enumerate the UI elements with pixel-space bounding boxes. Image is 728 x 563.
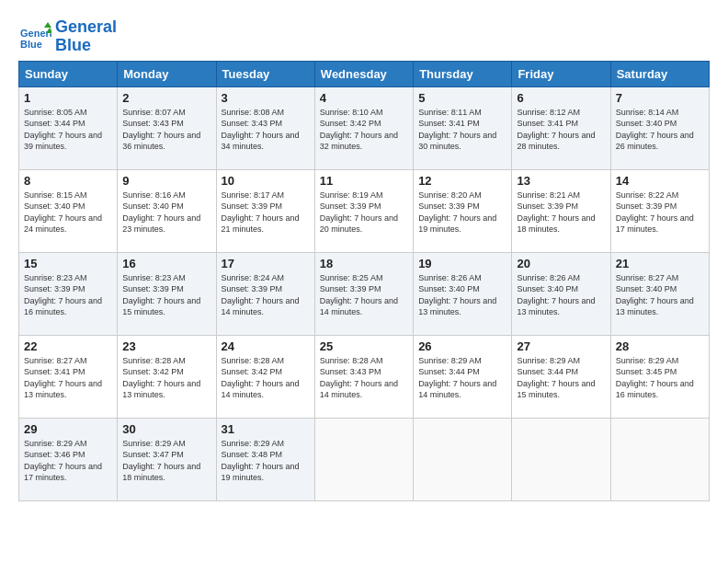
day-number: 23	[122, 339, 210, 353]
weekday-header-sunday: Sunday	[19, 61, 118, 86]
day-detail: Sunrise: 8:14 AMSunset: 3:40 PMDaylight:…	[616, 108, 694, 152]
calendar-cell: 29 Sunrise: 8:29 AMSunset: 3:46 PMDaylig…	[19, 418, 118, 500]
calendar-cell: 24 Sunrise: 8:28 AMSunset: 3:42 PMDaylig…	[216, 335, 314, 418]
day-detail: Sunrise: 8:10 AMSunset: 3:42 PMDaylight:…	[320, 108, 398, 152]
day-detail: Sunrise: 8:26 AMSunset: 3:40 PMDaylight:…	[517, 273, 595, 317]
calendar-cell: 20 Sunrise: 8:26 AMSunset: 3:40 PMDaylig…	[512, 252, 610, 335]
day-detail: Sunrise: 8:23 AMSunset: 3:39 PMDaylight:…	[24, 273, 102, 317]
day-detail: Sunrise: 8:15 AMSunset: 3:40 PMDaylight:…	[24, 190, 102, 235]
calendar-cell: 1 Sunrise: 8:05 AMSunset: 3:44 PMDayligh…	[19, 86, 118, 169]
day-number: 5	[418, 91, 506, 105]
calendar-cell: 30 Sunrise: 8:29 AMSunset: 3:47 PMDaylig…	[118, 418, 216, 500]
logo: General Blue GeneralBlue	[18, 18, 117, 55]
day-detail: Sunrise: 8:05 AMSunset: 3:44 PMDaylight:…	[24, 108, 102, 152]
page-header: General Blue GeneralBlue	[18, 18, 710, 55]
day-number: 12	[418, 174, 506, 188]
day-detail: Sunrise: 8:28 AMSunset: 3:43 PMDaylight:…	[320, 356, 398, 400]
calendar-cell: 31 Sunrise: 8:29 AMSunset: 3:48 PMDaylig…	[216, 418, 314, 500]
day-number: 27	[517, 339, 605, 353]
day-number: 10	[222, 174, 310, 188]
day-number: 21	[616, 257, 704, 270]
calendar-table: SundayMondayTuesdayWednesdayThursdayFrid…	[18, 61, 710, 501]
day-detail: Sunrise: 8:19 AMSunset: 3:39 PMDaylight:…	[320, 190, 398, 235]
day-detail: Sunrise: 8:12 AMSunset: 3:41 PMDaylight:…	[517, 108, 595, 152]
day-number: 17	[222, 257, 310, 270]
day-number: 24	[222, 339, 310, 353]
weekday-header-wednesday: Wednesday	[314, 61, 413, 86]
calendar-cell: 21 Sunrise: 8:27 AMSunset: 3:40 PMDaylig…	[610, 252, 709, 335]
day-number: 25	[320, 339, 408, 353]
day-number: 31	[222, 422, 310, 436]
calendar-cell: 26 Sunrise: 8:29 AMSunset: 3:44 PMDaylig…	[414, 335, 512, 418]
calendar-cell: 11 Sunrise: 8:19 AMSunset: 3:39 PMDaylig…	[314, 169, 413, 252]
day-number: 26	[418, 339, 506, 353]
calendar-cell: 15 Sunrise: 8:23 AMSunset: 3:39 PMDaylig…	[19, 252, 118, 335]
day-number: 29	[24, 422, 112, 436]
calendar-cell	[414, 418, 512, 500]
calendar-cell: 19 Sunrise: 8:26 AMSunset: 3:40 PMDaylig…	[414, 252, 512, 335]
day-number: 18	[320, 257, 408, 270]
day-detail: Sunrise: 8:29 AMSunset: 3:45 PMDaylight:…	[616, 356, 694, 400]
logo-text: GeneralBlue	[55, 18, 117, 55]
day-detail: Sunrise: 8:26 AMSunset: 3:40 PMDaylight:…	[418, 273, 496, 317]
calendar-cell: 18 Sunrise: 8:25 AMSunset: 3:39 PMDaylig…	[314, 252, 413, 335]
calendar-cell: 9 Sunrise: 8:16 AMSunset: 3:40 PMDayligh…	[118, 169, 216, 252]
weekday-header-thursday: Thursday	[414, 61, 512, 86]
weekday-header-saturday: Saturday	[610, 61, 709, 86]
calendar-cell: 23 Sunrise: 8:28 AMSunset: 3:42 PMDaylig…	[118, 335, 216, 418]
calendar-cell: 17 Sunrise: 8:24 AMSunset: 3:39 PMDaylig…	[216, 252, 314, 335]
calendar-cell: 13 Sunrise: 8:21 AMSunset: 3:39 PMDaylig…	[512, 169, 610, 252]
day-number: 20	[517, 257, 605, 270]
day-detail: Sunrise: 8:11 AMSunset: 3:41 PMDaylight:…	[418, 108, 496, 152]
day-number: 2	[122, 91, 210, 105]
day-detail: Sunrise: 8:28 AMSunset: 3:42 PMDaylight:…	[222, 356, 300, 400]
calendar-cell: 22 Sunrise: 8:27 AMSunset: 3:41 PMDaylig…	[19, 335, 118, 418]
day-detail: Sunrise: 8:08 AMSunset: 3:43 PMDaylight:…	[222, 108, 300, 152]
calendar-week-5: 29 Sunrise: 8:29 AMSunset: 3:46 PMDaylig…	[19, 418, 710, 500]
day-detail: Sunrise: 8:29 AMSunset: 3:46 PMDaylight:…	[24, 439, 102, 483]
day-number: 7	[616, 91, 704, 105]
calendar-cell: 8 Sunrise: 8:15 AMSunset: 3:40 PMDayligh…	[19, 169, 118, 252]
calendar-cell: 7 Sunrise: 8:14 AMSunset: 3:40 PMDayligh…	[610, 86, 709, 169]
day-number: 3	[222, 91, 310, 105]
day-detail: Sunrise: 8:07 AMSunset: 3:43 PMDaylight:…	[122, 108, 200, 152]
calendar-cell: 25 Sunrise: 8:28 AMSunset: 3:43 PMDaylig…	[314, 335, 413, 418]
day-number: 28	[616, 339, 704, 353]
weekday-header-friday: Friday	[512, 61, 610, 86]
header-row: SundayMondayTuesdayWednesdayThursdayFrid…	[19, 61, 710, 86]
day-number: 9	[122, 174, 210, 188]
day-number: 30	[122, 422, 210, 436]
day-number: 8	[24, 174, 112, 188]
calendar-cell: 10 Sunrise: 8:17 AMSunset: 3:39 PMDaylig…	[216, 169, 314, 252]
calendar-cell	[610, 418, 709, 500]
calendar-cell: 3 Sunrise: 8:08 AMSunset: 3:43 PMDayligh…	[216, 86, 314, 169]
day-number: 11	[320, 174, 408, 188]
calendar-week-3: 15 Sunrise: 8:23 AMSunset: 3:39 PMDaylig…	[19, 252, 710, 335]
calendar-cell: 4 Sunrise: 8:10 AMSunset: 3:42 PMDayligh…	[314, 86, 413, 169]
calendar-cell: 27 Sunrise: 8:29 AMSunset: 3:44 PMDaylig…	[512, 335, 610, 418]
calendar-week-1: 1 Sunrise: 8:05 AMSunset: 3:44 PMDayligh…	[19, 86, 710, 169]
day-detail: Sunrise: 8:17 AMSunset: 3:39 PMDaylight:…	[222, 190, 300, 235]
day-number: 22	[24, 339, 112, 353]
day-number: 16	[122, 257, 210, 270]
weekday-header-monday: Monday	[118, 61, 216, 86]
day-number: 4	[320, 91, 408, 105]
day-detail: Sunrise: 8:29 AMSunset: 3:44 PMDaylight:…	[517, 356, 595, 400]
day-detail: Sunrise: 8:20 AMSunset: 3:39 PMDaylight:…	[418, 190, 496, 235]
calendar-cell: 14 Sunrise: 8:22 AMSunset: 3:39 PMDaylig…	[610, 169, 709, 252]
day-number: 6	[517, 91, 605, 105]
day-detail: Sunrise: 8:27 AMSunset: 3:40 PMDaylight:…	[616, 273, 694, 317]
svg-text:Blue: Blue	[20, 39, 42, 50]
day-detail: Sunrise: 8:29 AMSunset: 3:44 PMDaylight:…	[418, 356, 496, 400]
weekday-header-tuesday: Tuesday	[216, 61, 314, 86]
logo-icon: General Blue	[18, 20, 51, 53]
day-detail: Sunrise: 8:24 AMSunset: 3:39 PMDaylight:…	[222, 273, 300, 317]
calendar-cell	[512, 418, 610, 500]
day-detail: Sunrise: 8:27 AMSunset: 3:41 PMDaylight:…	[24, 356, 102, 400]
calendar-cell: 6 Sunrise: 8:12 AMSunset: 3:41 PMDayligh…	[512, 86, 610, 169]
calendar-cell	[314, 418, 413, 500]
calendar-cell: 5 Sunrise: 8:11 AMSunset: 3:41 PMDayligh…	[414, 86, 512, 169]
calendar-cell: 28 Sunrise: 8:29 AMSunset: 3:45 PMDaylig…	[610, 335, 709, 418]
day-detail: Sunrise: 8:28 AMSunset: 3:42 PMDaylight:…	[122, 356, 200, 400]
day-detail: Sunrise: 8:21 AMSunset: 3:39 PMDaylight:…	[517, 190, 595, 235]
